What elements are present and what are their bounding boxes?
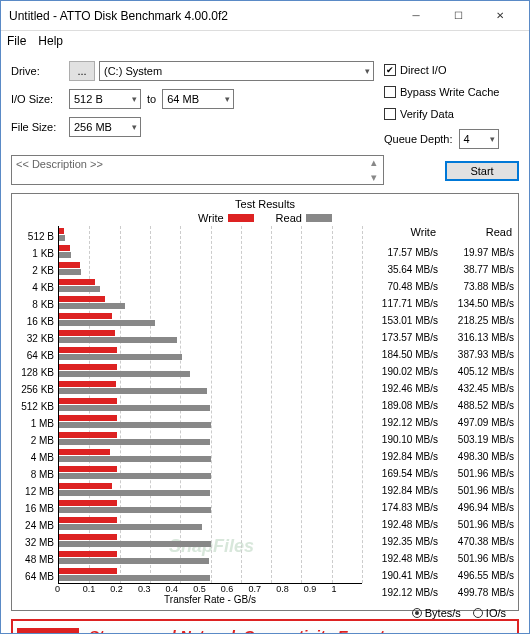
qdepth-select[interactable]: 4 bbox=[459, 129, 499, 149]
bypass-cache-checkbox[interactable]: Bypass Write Cache bbox=[384, 81, 519, 103]
iosize-from-select[interactable]: 512 B bbox=[69, 89, 141, 109]
chart-legend: Write Read bbox=[16, 212, 514, 224]
x-axis-label: Transfer Rate - GB/s bbox=[58, 594, 362, 605]
checkbox-icon bbox=[384, 86, 396, 98]
atto-logo: ATTO bbox=[17, 628, 79, 634]
write-swatch-icon bbox=[228, 214, 254, 222]
y-axis-labels: 512 B1 KB2 KB4 KB8 KB16 KB32 KB64 KB128 … bbox=[16, 226, 58, 584]
footer-tagline: Storage and Network Connectivity Experts bbox=[89, 627, 392, 634]
checkbox-icon bbox=[384, 108, 396, 120]
scrollbar-icon[interactable]: ▴▾ bbox=[367, 156, 381, 184]
iosize-label: I/O Size: bbox=[11, 93, 69, 105]
read-swatch-icon bbox=[306, 214, 332, 222]
filesize-select[interactable]: 256 MB bbox=[69, 117, 141, 137]
drive-label: Drive: bbox=[11, 65, 69, 77]
footer-banner: ATTO Storage and Network Connectivity Ex… bbox=[11, 619, 519, 634]
results-title: Test Results bbox=[16, 198, 514, 210]
drive-select[interactable]: (C:) System bbox=[99, 61, 374, 81]
bytes-radio[interactable]: Bytes/s bbox=[412, 607, 461, 619]
qdepth-label: Queue Depth: bbox=[384, 133, 453, 145]
io-radio[interactable]: IO/s bbox=[473, 607, 506, 619]
description-textarea[interactable]: << Description >> ▴▾ bbox=[11, 155, 384, 185]
start-button[interactable]: Start bbox=[445, 161, 519, 181]
x-axis-ticks: 00.10.20.30.40.50.60.70.80.91 bbox=[58, 584, 362, 594]
drive-browse-button[interactable]: ... bbox=[69, 61, 95, 81]
results-panel: Test Results Write Read 512 B1 KB2 KB4 K… bbox=[11, 193, 519, 611]
close-button[interactable]: ✕ bbox=[479, 2, 521, 30]
to-label: to bbox=[147, 93, 156, 105]
direct-io-checkbox[interactable]: ✔ Direct I/O bbox=[384, 59, 519, 81]
iosize-to-select[interactable]: 64 MB bbox=[162, 89, 234, 109]
maximize-button[interactable]: ☐ bbox=[437, 2, 479, 30]
menubar: File Help bbox=[1, 31, 529, 51]
titlebar: Untitled - ATTO Disk Benchmark 4.00.0f2 … bbox=[1, 1, 529, 31]
bar-chart: SnapFiles bbox=[58, 226, 362, 584]
minimize-button[interactable]: ─ bbox=[395, 2, 437, 30]
filesize-label: File Size: bbox=[11, 121, 69, 133]
menu-file[interactable]: File bbox=[7, 34, 26, 48]
data-table: Write17.57 MB/s35.64 MB/s70.48 MB/s117.7… bbox=[362, 226, 514, 584]
menu-help[interactable]: Help bbox=[38, 34, 63, 48]
verify-data-checkbox[interactable]: Verify Data bbox=[384, 103, 519, 125]
checkbox-icon: ✔ bbox=[384, 64, 396, 76]
window-title: Untitled - ATTO Disk Benchmark 4.00.0f2 bbox=[9, 9, 395, 23]
